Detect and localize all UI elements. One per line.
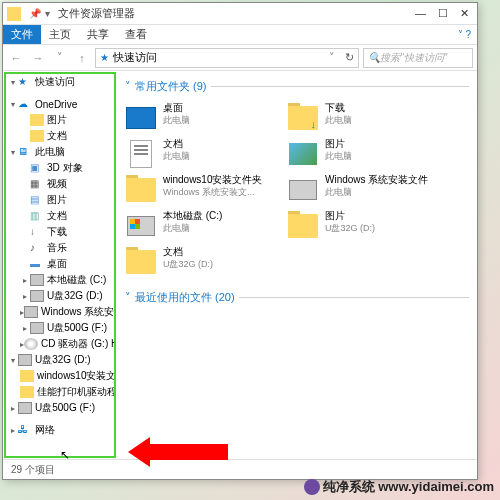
collapse-icon[interactable]: ˅	[125, 291, 131, 304]
maximize-button[interactable]: ☐	[438, 7, 448, 20]
section-frequent[interactable]: ˅ 常用文件夹 (9)	[125, 75, 469, 98]
back-button[interactable]: ←	[7, 49, 25, 67]
tree-item[interactable]: ▸🖧网络	[6, 422, 114, 438]
tree-item[interactable]: 文档	[6, 128, 114, 144]
pic-icon: ▤	[30, 194, 44, 206]
address-bar[interactable]: ★ 快速访问 ˅ ↻	[95, 48, 359, 68]
quick-access-icon: ★	[100, 52, 109, 63]
folder-item[interactable]: Windows 系统安装文件此电脑	[287, 174, 437, 206]
tree-item[interactable]: 佳能打印机驱动程	[6, 384, 114, 400]
tab-share[interactable]: 共享	[79, 25, 117, 44]
folder-item[interactable]: 图片此电脑	[287, 138, 437, 170]
folder-item[interactable]: 文档U盘32G (D:)	[125, 246, 275, 278]
twisty-icon[interactable]: ▸	[20, 324, 30, 333]
desk-icon	[125, 102, 157, 134]
tree-label: 网络	[35, 423, 55, 437]
qat-pin-icon[interactable]: 📌	[29, 8, 41, 19]
tree-label: 佳能打印机驱动程	[37, 385, 114, 399]
folder-path: 此电脑	[163, 114, 190, 126]
twisty-icon[interactable]: ▾	[8, 148, 18, 157]
tree-item[interactable]: ▦视频	[6, 176, 114, 192]
tree-item[interactable]: ▥文档	[6, 208, 114, 224]
folder-item[interactable]: 桌面此电脑	[125, 102, 275, 134]
desk-icon: ▬	[30, 258, 44, 270]
usb-icon	[30, 290, 44, 302]
tree-item[interactable]: ▸本地磁盘 (C:)	[6, 272, 114, 288]
folder-name: 图片	[325, 210, 375, 222]
folder-name: 本地磁盘 (C:)	[163, 210, 222, 222]
folder-name: windows10安装文件夹	[163, 174, 262, 186]
breadcrumb[interactable]: 快速访问	[113, 50, 157, 65]
tab-view[interactable]: 查看	[117, 25, 155, 44]
video-icon: ▦	[30, 178, 44, 190]
tree-item[interactable]: ▸U盘500G (F:)	[6, 400, 114, 416]
item-count: 29 个项目	[11, 463, 55, 477]
folder-item[interactable]: 图片U盘32G (D:)	[287, 210, 437, 242]
twisty-icon[interactable]: ▸	[20, 276, 30, 285]
up-button[interactable]: ↑	[73, 49, 91, 67]
tree-item[interactable]: ▤图片	[6, 192, 114, 208]
tree-item[interactable]: ▾🖥此电脑	[6, 144, 114, 160]
3d-icon: ▣	[30, 162, 44, 174]
tree-item[interactable]: ▣3D 对象	[6, 160, 114, 176]
dl-icon	[287, 102, 319, 134]
tree-item[interactable]: ▸CD 驱动器 (G:) HiS	[6, 336, 114, 352]
disk-icon	[24, 306, 38, 318]
folder-item[interactable]: 下载此电脑	[287, 102, 437, 134]
nav-tree[interactable]: ▾★快速访问▾☁OneDrive图片文档▾🖥此电脑▣3D 对象▦视频▤图片▥文档…	[4, 72, 116, 458]
folder-icon	[125, 246, 157, 278]
usb-icon	[18, 354, 32, 366]
twisty-icon[interactable]: ▾	[8, 78, 18, 87]
twisty-icon[interactable]: ▸	[8, 426, 18, 435]
twisty-icon[interactable]: ▸	[20, 292, 30, 301]
forward-button[interactable]: →	[29, 49, 47, 67]
close-button[interactable]: ✕	[460, 7, 469, 20]
breadcrumb-dd-icon[interactable]: ˅	[329, 51, 335, 64]
tree-item[interactable]: ♪音乐	[6, 240, 114, 256]
explorer-window: 📌 ▾ 文件资源管理器 — ☐ ✕ 文件 主页 共享 查看 ˅ ? ← → ˅ …	[2, 2, 478, 480]
tree-item[interactable]: ▾★快速访问	[6, 74, 114, 90]
refresh-button[interactable]: ↻	[345, 51, 354, 64]
cloud-icon: ☁	[18, 98, 32, 110]
folder-icon	[20, 370, 34, 382]
tree-label: 快速访问	[35, 75, 75, 89]
folder-icon	[125, 174, 157, 206]
twisty-icon[interactable]: ▸	[8, 404, 18, 413]
tab-home[interactable]: 主页	[41, 25, 79, 44]
title-bar: 📌 ▾ 文件资源管理器 — ☐ ✕	[3, 3, 477, 25]
watermark: 纯净系统 www.yidaimei.com	[304, 478, 494, 496]
twisty-icon[interactable]: ▾	[8, 100, 18, 109]
folder-item[interactable]: windows10安装文件夹Windows 系统安装文...	[125, 174, 275, 206]
section-recent[interactable]: ˅ 最近使用的文件 (20)	[125, 286, 469, 309]
twisty-icon[interactable]: ▾	[8, 356, 18, 365]
tree-item[interactable]: ▸U盘500G (F:)	[6, 320, 114, 336]
tree-item[interactable]: ▸U盘32G (D:)	[6, 288, 114, 304]
folder-path: 此电脑	[163, 150, 190, 162]
tab-file[interactable]: 文件	[3, 25, 41, 44]
ribbon-expand-icon[interactable]: ˅ ?	[452, 29, 477, 40]
tree-item[interactable]: 图片	[6, 112, 114, 128]
ribbon-tabs: 文件 主页 共享 查看 ˅ ?	[3, 25, 477, 45]
folder-item[interactable]: 文档此电脑	[125, 138, 275, 170]
qat-dropdown-icon[interactable]: ▾	[45, 8, 50, 19]
tree-label: U盘500G (F:)	[35, 401, 95, 415]
tree-item[interactable]: ↓下载	[6, 224, 114, 240]
folder-name: Windows 系统安装文件	[325, 174, 428, 186]
content-pane[interactable]: ˅ 常用文件夹 (9) 桌面此电脑下载此电脑文档此电脑图片此电脑windows1…	[117, 71, 477, 459]
tree-item[interactable]: ▬桌面	[6, 256, 114, 272]
recent-dropdown-icon[interactable]: ˅	[51, 49, 69, 67]
folder-icon	[287, 210, 319, 242]
tree-item[interactable]: windows10安装文	[6, 368, 114, 384]
usb-icon	[30, 322, 44, 334]
collapse-icon[interactable]: ˅	[125, 80, 131, 93]
tree-item[interactable]: ▾☁OneDrive	[6, 96, 114, 112]
search-input[interactable]: 🔍 搜索"快速访问"	[363, 48, 473, 68]
tree-item[interactable]: ▾U盘32G (D:)	[6, 352, 114, 368]
folder-item[interactable]: 本地磁盘 (C:)此电脑	[125, 210, 275, 242]
folder-icon	[30, 114, 44, 126]
minimize-button[interactable]: —	[415, 7, 426, 20]
folder-path: 此电脑	[325, 150, 352, 162]
tree-item[interactable]: ▸Windows 系统安	[6, 304, 114, 320]
doc-icon: ▥	[30, 210, 44, 222]
doc-icon	[125, 138, 157, 170]
